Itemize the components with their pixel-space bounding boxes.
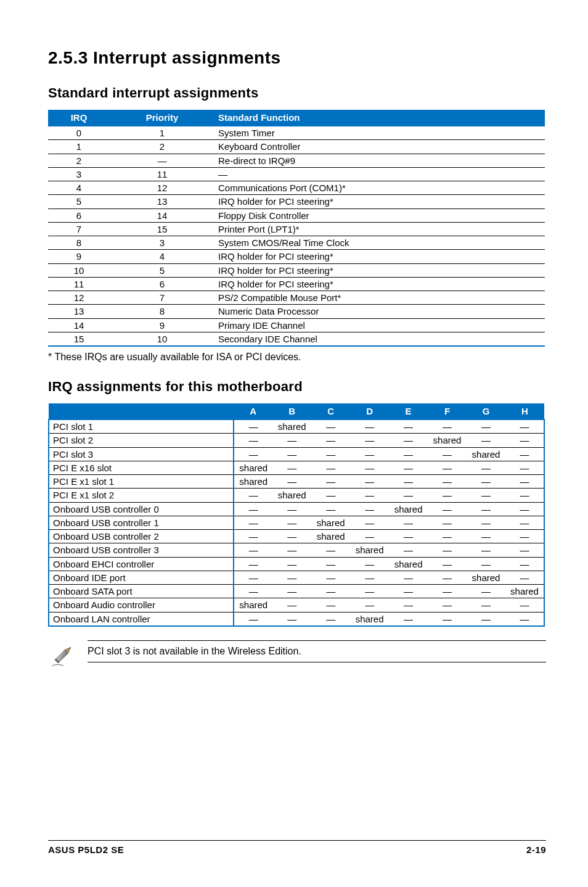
th-col-e: E bbox=[389, 403, 428, 419]
cell-value: — bbox=[428, 516, 467, 529]
cell-value: — bbox=[467, 598, 505, 612]
cell-priority: 3 bbox=[110, 236, 214, 250]
cell-value: — bbox=[350, 571, 389, 584]
table-row: PCI slot 3——————shared— bbox=[49, 447, 544, 461]
pencil-icon bbox=[48, 640, 76, 672]
cell-function: Keyboard Controller bbox=[214, 140, 545, 154]
cell-value: — bbox=[350, 447, 389, 461]
table-row: 138Numeric Data Processor bbox=[48, 305, 545, 318]
cell-value: — bbox=[467, 612, 505, 626]
cell-irq: 6 bbox=[48, 208, 110, 222]
cell-value: — bbox=[389, 543, 428, 557]
cell-value: — bbox=[311, 557, 350, 571]
cell-value: shared bbox=[505, 585, 544, 598]
cell-priority: 1 bbox=[110, 126, 214, 140]
cell-value: — bbox=[311, 571, 350, 584]
table-row: 12Keyboard Controller bbox=[48, 140, 545, 154]
table-row: PCI E x16 slotshared——————— bbox=[49, 461, 544, 474]
th-function: Standard Function bbox=[214, 110, 545, 126]
cell-function: System CMOS/Real Time Clock bbox=[214, 236, 545, 250]
cell-value: — bbox=[467, 543, 505, 557]
cell-value: — bbox=[389, 585, 428, 598]
cell-value: — bbox=[350, 530, 389, 543]
cell-value: — bbox=[234, 489, 272, 502]
table-row: PCI E x1 slot 1shared——————— bbox=[49, 475, 544, 489]
cell-value: shared bbox=[428, 434, 467, 447]
cell-value: — bbox=[467, 557, 505, 571]
cell-priority: 14 bbox=[110, 208, 214, 222]
cell-value: shared bbox=[389, 502, 428, 516]
cell-value: — bbox=[272, 502, 311, 516]
cell-value: — bbox=[350, 598, 389, 612]
cell-priority: 4 bbox=[110, 250, 214, 263]
cell-function: PS/2 Compatible Mouse Port* bbox=[214, 291, 545, 305]
cell-value: — bbox=[234, 557, 272, 571]
footer-left: ASUS P5LD2 SE bbox=[48, 844, 124, 855]
cell-value: — bbox=[428, 571, 467, 584]
cell-value: — bbox=[272, 516, 311, 529]
cell-value: — bbox=[234, 543, 272, 557]
cell-value: — bbox=[350, 489, 389, 502]
cell-function: Communications Port (COM1)* bbox=[214, 181, 545, 195]
cell-irq: 11 bbox=[48, 277, 110, 291]
cell-irq: 10 bbox=[48, 263, 110, 277]
cell-device: PCI slot 2 bbox=[49, 434, 234, 447]
cell-function: — bbox=[214, 167, 545, 181]
table-row: Onboard USB controller 0————shared——— bbox=[49, 502, 544, 516]
table-row: 94IRQ holder for PCI steering* bbox=[48, 250, 545, 263]
cell-value: — bbox=[389, 419, 428, 434]
cell-value: — bbox=[428, 447, 467, 461]
cell-value: — bbox=[311, 475, 350, 489]
cell-function: System Timer bbox=[214, 126, 545, 140]
table-row: Onboard SATA port———————shared bbox=[49, 585, 544, 598]
cell-device: Onboard SATA port bbox=[49, 585, 234, 598]
cell-value: — bbox=[428, 557, 467, 571]
cell-value: — bbox=[467, 502, 505, 516]
cell-device: PCI slot 3 bbox=[49, 447, 234, 461]
cell-value: — bbox=[428, 475, 467, 489]
cell-value: — bbox=[467, 585, 505, 598]
table-row: Onboard USB controller 2——shared————— bbox=[49, 530, 544, 543]
cell-value: — bbox=[428, 612, 467, 626]
th-col-a: A bbox=[234, 403, 272, 419]
irq-assignment-table: ABCDEFGH PCI slot 1—shared——————PCI slot… bbox=[48, 403, 545, 627]
th-priority: Priority bbox=[110, 110, 214, 126]
cell-value: shared bbox=[467, 447, 505, 461]
cell-value: — bbox=[311, 585, 350, 598]
cell-value: — bbox=[234, 585, 272, 598]
table-row: 105IRQ holder for PCI steering* bbox=[48, 263, 545, 277]
cell-value: — bbox=[505, 461, 544, 474]
cell-irq: 14 bbox=[48, 318, 110, 332]
cell-irq: 13 bbox=[48, 305, 110, 318]
cell-value: shared bbox=[272, 419, 311, 434]
cell-value: — bbox=[428, 419, 467, 434]
cell-priority: — bbox=[110, 154, 214, 167]
table-row: 2—Re-direct to IRQ#9 bbox=[48, 154, 545, 167]
cell-value: — bbox=[505, 530, 544, 543]
cell-irq: 1 bbox=[48, 140, 110, 154]
cell-priority: 10 bbox=[110, 332, 214, 346]
cell-device: Onboard LAN controller bbox=[49, 612, 234, 626]
cell-value: — bbox=[467, 419, 505, 434]
table-row: Onboard LAN controller———shared———— bbox=[49, 612, 544, 626]
cell-value: — bbox=[234, 419, 272, 434]
cell-device: Onboard USB controller 3 bbox=[49, 543, 234, 557]
cell-value: — bbox=[505, 516, 544, 529]
table-row: 614Floppy Disk Controller bbox=[48, 208, 545, 222]
th-col-g: G bbox=[467, 403, 505, 419]
cell-function: Primary IDE Channel bbox=[214, 318, 545, 332]
table-row: Onboard USB controller 1——shared————— bbox=[49, 516, 544, 529]
cell-priority: 7 bbox=[110, 291, 214, 305]
table-row: Onboard EHCI controller————shared——— bbox=[49, 557, 544, 571]
th-col-d: D bbox=[350, 403, 389, 419]
table-row: Onboard IDE port——————shared— bbox=[49, 571, 544, 584]
subheading-standard: Standard interrupt assignments bbox=[48, 85, 546, 101]
cell-priority: 12 bbox=[110, 181, 214, 195]
table-row: 83System CMOS/Real Time Clock bbox=[48, 236, 545, 250]
cell-value: shared bbox=[272, 489, 311, 502]
cell-value: — bbox=[428, 461, 467, 474]
cell-value: — bbox=[272, 571, 311, 584]
cell-value: shared bbox=[234, 475, 272, 489]
cell-value: — bbox=[389, 461, 428, 474]
th-blank bbox=[49, 403, 234, 419]
